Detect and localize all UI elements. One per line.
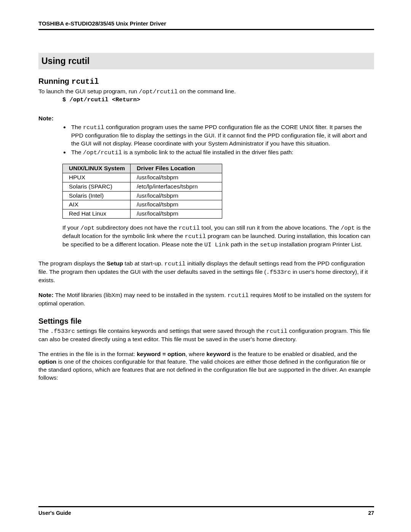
intro-pre: To launch the GUI setup program, run xyxy=(38,88,139,94)
text: The entries in the file is in the format… xyxy=(38,351,137,357)
text: settings file contains keywords and sett… xyxy=(75,328,266,334)
text: path in the xyxy=(229,241,260,248)
text: The xyxy=(38,328,50,334)
page-header-title: TOSHIBA e-STUDIO28/35/45 Unix Printer Dr… xyxy=(38,20,374,27)
bold-text: Note: xyxy=(38,292,54,298)
text: is one of the choices configurable for t… xyxy=(38,358,371,381)
table-cell: /usr/local/tsbprn xyxy=(131,200,222,209)
table-row: AIX/usr/local/tsbprn xyxy=(63,200,222,209)
text: The xyxy=(71,124,83,130)
text: The program displays the xyxy=(38,260,107,267)
body-paragraph: Note: The Motif libraries (libXm) may ne… xyxy=(38,291,374,308)
text: tab at start-up. xyxy=(123,260,164,267)
intro-line: To launch the GUI setup program, run /op… xyxy=(38,88,374,96)
inline-code: rcutil xyxy=(266,328,287,335)
footer-rule xyxy=(38,506,374,507)
settings-paragraph-1: The .f533rc settings file contains keywo… xyxy=(38,327,374,343)
inline-code: UI Link xyxy=(204,241,229,248)
bold-text: option xyxy=(38,358,56,365)
after-table-paragraph: If your /opt subdirectory does not have … xyxy=(62,224,374,249)
text: is a symbolic link to the actual file in… xyxy=(122,149,293,155)
table-cell: Solaris (Intel) xyxy=(63,191,131,200)
bold-text: Setup xyxy=(107,260,123,267)
table-row: Solaris (Intel)/usr/local/tsbprn xyxy=(63,191,222,200)
intro-post: on the command line. xyxy=(178,88,236,94)
inline-code: .f533rc xyxy=(266,269,291,276)
footer-left: User's Guide xyxy=(38,510,71,517)
bullet-item: The /opt/rcutil is a symbolic link to th… xyxy=(70,149,374,157)
bold-text: keyword = option xyxy=(137,351,185,357)
table-cell: Solaris (SPARC) xyxy=(63,182,131,191)
page-footer: User's Guide 27 xyxy=(38,506,374,517)
text: If your xyxy=(62,224,80,231)
subheading-running: Running rcutil xyxy=(38,76,374,87)
table-cell: HPUX xyxy=(63,173,131,182)
table-row: HPUX/usr/local/tsbprn xyxy=(63,173,222,182)
bullet-item: The rcutil configuration program uses th… xyxy=(70,123,374,148)
table-cell: /usr/local/tsbprn xyxy=(131,209,222,219)
inline-code: .f533rc xyxy=(50,328,75,335)
body-paragraph: The program displays the Setup tab at st… xyxy=(38,260,374,284)
table-cell: AIX xyxy=(63,200,131,209)
table-row: Solaris (SPARC)/etc/lp/interfaces/tsbprn xyxy=(63,182,222,191)
table-header-row: UNIX/LINUX System Driver Files Location xyxy=(63,164,222,173)
table-row: Red Hat Linux/usr/local/tsbprn xyxy=(63,209,222,219)
settings-paragraph-2: The entries in the file is in the format… xyxy=(38,350,374,382)
section-heading-bar: Using rcutil xyxy=(38,53,374,69)
inline-code: /opt/rcutil xyxy=(83,149,122,156)
text: configuration program uses the same PPD … xyxy=(71,124,367,147)
table-cell: /etc/lp/interfaces/tsbprn xyxy=(131,182,222,191)
table-cell: /usr/local/tsbprn xyxy=(131,173,222,182)
footer-page-number: 27 xyxy=(368,510,374,517)
text: subdirectory does not have the xyxy=(95,224,179,231)
subheading-text: Running xyxy=(38,77,72,85)
driver-location-table: UNIX/LINUX System Driver Files Location … xyxy=(62,164,222,219)
inline-code: rcutil xyxy=(164,260,186,267)
inline-code: setup xyxy=(260,241,278,248)
text: The xyxy=(71,149,83,155)
inline-code: rcutil xyxy=(228,292,249,299)
text: tool, you can still run it from the abov… xyxy=(200,224,341,231)
subheading-settings: Settings file xyxy=(38,316,374,326)
table-header: UNIX/LINUX System xyxy=(63,164,131,173)
text: , where xyxy=(185,351,206,357)
note-bullets: The rcutil configuration program uses th… xyxy=(38,123,374,157)
inline-code: /opt xyxy=(80,225,94,232)
command-line: $ /opt/rcutil <Return> xyxy=(62,96,374,104)
table-cell: Red Hat Linux xyxy=(63,209,131,219)
table-header: Driver Files Location xyxy=(131,164,222,173)
inline-code: rcutil xyxy=(83,124,104,131)
inline-code: rcutil xyxy=(178,225,200,232)
text: is the feature to be enabled or disabled… xyxy=(230,351,357,357)
subheading-cmd: rcutil xyxy=(72,77,99,86)
note-label: Note: xyxy=(38,115,374,123)
bold-text: keyword xyxy=(206,351,230,357)
text: The Motif libraries (libXm) may need to … xyxy=(54,292,228,298)
intro-cmd: /opt/rcutil xyxy=(139,88,178,95)
header-rule xyxy=(38,29,374,30)
page: TOSHIBA e-STUDIO28/35/45 Unix Printer Dr… xyxy=(0,0,411,532)
inline-code: rcutil xyxy=(185,233,206,240)
inline-code: /opt xyxy=(341,225,355,232)
table-cell: /usr/local/tsbprn xyxy=(131,191,222,200)
text: installation program Printer List. xyxy=(278,241,362,248)
